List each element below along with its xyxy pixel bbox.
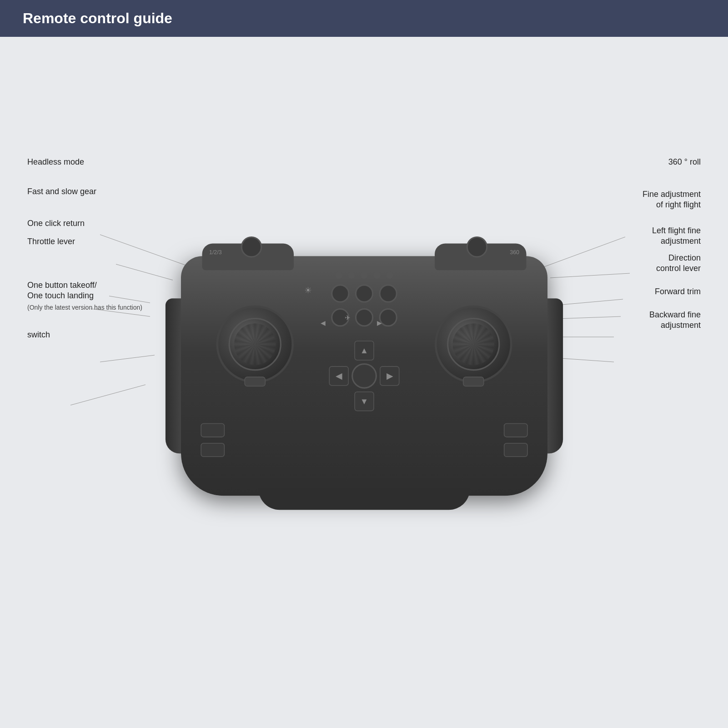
arrow-right-btn[interactable]: ▶ bbox=[380, 366, 399, 386]
drone-icon: ✈ bbox=[344, 314, 350, 321]
label-throttle-lever: Throttle lever bbox=[27, 237, 75, 246]
direction-control-text: Directioncontrol lever bbox=[656, 253, 701, 273]
svg-line-7 bbox=[550, 273, 630, 278]
left-flight-fine-text: Left flight fineadjustment bbox=[652, 226, 701, 246]
arrow-right-icon-mid: ▶ bbox=[377, 319, 382, 326]
center-cluster bbox=[315, 284, 413, 332]
controller: 1/2/3 360 bbox=[174, 242, 554, 510]
top-btn-left[interactable] bbox=[241, 236, 262, 257]
svg-line-4 bbox=[100, 355, 155, 362]
scroll-wheel-right[interactable] bbox=[463, 377, 484, 387]
header: Remote control guide bbox=[0, 0, 728, 37]
label-fast-slow-gear: Fast and slow gear bbox=[27, 187, 96, 196]
label-forward-trim: Forward trim bbox=[655, 287, 701, 296]
svg-line-8 bbox=[557, 299, 623, 305]
controller-body: 1/2/3 360 bbox=[181, 256, 547, 496]
arrow-pad: ▲ ▼ ◀ ▶ bbox=[329, 341, 399, 411]
main-content: 1/2/3 360 bbox=[0, 37, 728, 728]
arrow-left-icon: ◀ bbox=[320, 319, 325, 326]
scroll-wheel-left[interactable] bbox=[244, 377, 266, 387]
takeoff-text-line1: One button takeoff/One touch landing bbox=[27, 280, 142, 301]
left-side-btn-1[interactable] bbox=[201, 423, 225, 437]
right-side-btn-2[interactable] bbox=[503, 443, 527, 457]
label-one-button-takeoff: One button takeoff/One touch landing (On… bbox=[27, 280, 142, 311]
right-side-buttons bbox=[503, 423, 527, 457]
grip-left bbox=[165, 298, 181, 453]
arrow-up-btn[interactable]: ▲ bbox=[354, 341, 374, 360]
joystick-right[interactable] bbox=[435, 305, 512, 383]
led-dots bbox=[335, 271, 393, 279]
label-one-click-return: One click return bbox=[27, 219, 85, 228]
arrow-left-btn[interactable]: ◀ bbox=[329, 366, 348, 386]
right-side-btn-1[interactable] bbox=[503, 423, 527, 437]
grip-right bbox=[547, 298, 563, 453]
arrow-down-btn[interactable]: ▼ bbox=[354, 391, 374, 411]
icon-360: 360 bbox=[510, 249, 519, 255]
top-btn-right[interactable] bbox=[466, 236, 487, 257]
center-btn-5[interactable] bbox=[355, 308, 373, 326]
label-fine-adj-right: Fine adjustmentof right flight bbox=[643, 189, 701, 211]
label-left-flight-fine: Left flight fineadjustment bbox=[652, 226, 701, 247]
switch-text: switch bbox=[27, 330, 50, 339]
page-title: Remote control guide bbox=[23, 10, 172, 26]
one-click-return-text: One click return bbox=[27, 219, 85, 228]
left-side-btn-2[interactable] bbox=[201, 443, 225, 457]
center-btn-1[interactable] bbox=[331, 284, 349, 302]
headless-mode-text: Headless mode bbox=[27, 157, 84, 166]
label-360-roll: 360 ° roll bbox=[668, 157, 701, 167]
icon-1-2-3: 1/2/3 bbox=[209, 249, 222, 255]
svg-line-5 bbox=[70, 385, 146, 405]
center-btn-3[interactable] bbox=[379, 284, 397, 302]
left-side-buttons bbox=[201, 423, 225, 457]
label-switch: switch bbox=[27, 330, 50, 340]
svg-line-9 bbox=[557, 316, 621, 319]
forward-trim-text: Forward trim bbox=[655, 287, 701, 296]
backward-fine-text: Backward fineadjustment bbox=[649, 310, 701, 330]
label-direction-control: Directioncontrol lever bbox=[656, 253, 701, 274]
roll-360-text: 360 ° roll bbox=[668, 157, 701, 166]
fast-slow-gear-text: Fast and slow gear bbox=[27, 187, 96, 196]
fine-adj-right-text: Fine adjustmentof right flight bbox=[643, 190, 701, 209]
bottom-grip bbox=[258, 488, 470, 510]
bumper-right: 360 bbox=[435, 243, 527, 270]
label-headless-mode: Headless mode bbox=[27, 157, 84, 167]
takeoff-note-text: (Only the latest version has this functi… bbox=[27, 303, 142, 311]
label-backward-fine: Backward fineadjustment bbox=[649, 310, 701, 331]
sun-icon: ☀ bbox=[304, 286, 312, 296]
joystick-left[interactable] bbox=[216, 305, 294, 383]
svg-line-1 bbox=[116, 264, 173, 280]
throttle-lever-text: Throttle lever bbox=[27, 237, 75, 246]
center-btn-2[interactable] bbox=[355, 284, 373, 302]
controller-diagram: 1/2/3 360 bbox=[241, 289, 487, 462]
bumper-left: 1/2/3 bbox=[202, 243, 294, 270]
arrow-center-btn[interactable] bbox=[351, 363, 377, 388]
